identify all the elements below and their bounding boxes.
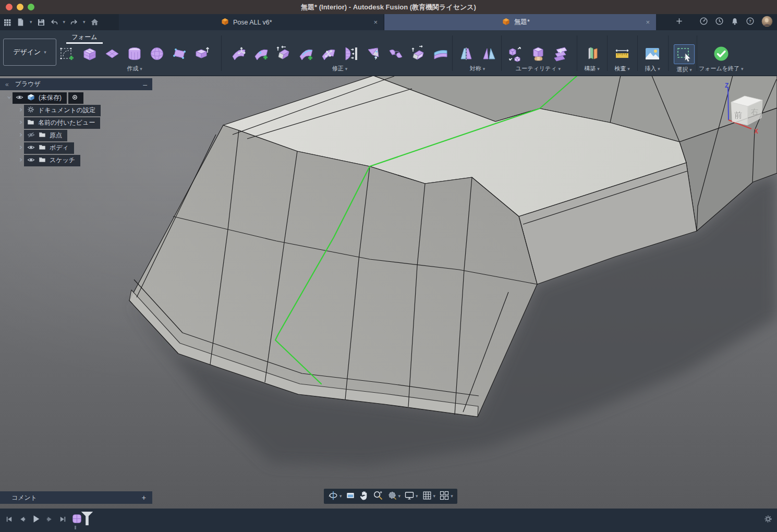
plane-primitive-icon[interactable] (102, 44, 122, 63)
chevron-right-icon[interactable] (17, 144, 24, 151)
dropdown-caret[interactable]: ▾ (433, 494, 436, 499)
skip-start-button[interactable] (5, 515, 13, 525)
add-comment-button[interactable]: + (142, 493, 146, 502)
group-label[interactable]: 検査▾ (614, 65, 630, 72)
create-form-icon[interactable] (57, 44, 77, 63)
insert-point-icon[interactable] (251, 44, 271, 63)
bridge-icon[interactable] (386, 44, 406, 63)
avatar-icon[interactable] (761, 16, 773, 29)
extrude-form-icon[interactable] (192, 44, 212, 63)
chevron-right-icon[interactable] (17, 119, 24, 126)
dropdown-caret[interactable]: ▾ (63, 20, 66, 25)
group-label[interactable]: 対称▾ (470, 65, 485, 72)
chevron-right-icon[interactable] (17, 157, 24, 164)
dropdown-caret[interactable]: ▾ (339, 494, 342, 499)
add-tab-icon[interactable] (675, 17, 683, 27)
browser-row-0[interactable]: (未保存) (0, 93, 152, 103)
browser-row-1[interactable]: ドキュメントの設定 (0, 105, 152, 115)
comments-bar[interactable]: コメント + (0, 491, 152, 504)
dropdown-caret[interactable]: ▾ (83, 20, 86, 25)
flatten-to-plane-icon[interactable] (341, 44, 361, 63)
eye-icon[interactable] (16, 93, 23, 103)
target-circle-icon[interactable] (71, 94, 78, 102)
cube-doc-icon[interactable] (27, 93, 35, 103)
undo-icon[interactable] (50, 18, 58, 27)
merge-edge-icon[interactable] (363, 44, 383, 63)
browser-header[interactable]: « ブラウザ – (0, 78, 152, 90)
construct-plane-icon[interactable] (582, 44, 602, 63)
app-grid-icon[interactable] (3, 18, 11, 27)
dropdown-caret[interactable]: ▾ (451, 494, 453, 499)
cylinder-primitive-icon[interactable] (125, 44, 144, 63)
convert-body-icon[interactable] (506, 44, 526, 63)
timeline-settings-icon[interactable] (764, 515, 772, 525)
document-tab-pose-all[interactable]: Pose ALL v6* × (119, 14, 384, 30)
step-forward-button[interactable] (46, 515, 54, 525)
tab-form-environment[interactable]: フォーム (66, 33, 103, 42)
browser-row-3[interactable]: 原点 (0, 130, 152, 140)
insert-edge-icon[interactable] (296, 44, 316, 63)
dropdown-caret[interactable]: ▾ (398, 494, 401, 499)
browser-row-5[interactable]: スケッチ (0, 155, 152, 165)
folder-icon[interactable] (39, 156, 46, 165)
redo-icon[interactable] (70, 18, 78, 27)
group-label[interactable]: 修正▾ (332, 65, 348, 72)
eye-off-icon[interactable] (27, 131, 35, 140)
display-settings-icon[interactable] (404, 490, 415, 503)
repair-body-icon[interactable] (528, 44, 548, 63)
eye-icon[interactable] (27, 156, 35, 165)
look-at-icon[interactable] (346, 491, 355, 502)
crease-icon[interactable] (431, 44, 451, 63)
group-label[interactable]: 構築▾ (584, 65, 600, 72)
group-label[interactable]: 作成▾ (127, 65, 142, 72)
browser-row-4[interactable]: ボディ (0, 143, 152, 153)
folder-icon[interactable] (39, 143, 46, 152)
dropdown-caret[interactable]: ▾ (30, 20, 32, 25)
group-label[interactable]: 選択▾ (676, 66, 692, 74)
browser-row-2[interactable]: 名前の付いたビュー (0, 118, 152, 128)
chevron-right-icon[interactable] (17, 132, 24, 139)
minimize-panel-icon[interactable]: – (143, 80, 147, 89)
group-label[interactable]: ユーティリティ▾ (516, 65, 561, 72)
close-tab-icon[interactable]: × (367, 18, 384, 26)
extensions-icon[interactable] (699, 17, 708, 28)
play-button[interactable] (31, 514, 41, 526)
orbit-icon[interactable] (328, 490, 338, 503)
eye-icon[interactable] (27, 143, 35, 153)
job-status-icon[interactable] (715, 17, 724, 28)
measure-icon[interactable] (612, 44, 632, 63)
pan-icon[interactable] (359, 490, 369, 503)
box-primitive-icon[interactable] (80, 44, 100, 63)
fit-icon[interactable] (387, 490, 397, 503)
zoom-icon[interactable] (373, 490, 383, 503)
sphere-primitive-icon[interactable] (147, 44, 167, 63)
flatten-faces-icon[interactable] (551, 44, 570, 63)
collapse-panel-icon[interactable]: « (5, 81, 8, 88)
new-document-icon[interactable] (16, 18, 25, 27)
save-icon[interactable] (37, 18, 45, 27)
home-icon[interactable] (90, 18, 99, 27)
document-tab-untitled-active[interactable]: 無題* × (384, 14, 656, 30)
chevron-down-icon[interactable] (5, 94, 13, 101)
insert-image-icon[interactable] (642, 44, 662, 63)
gear-icon[interactable] (27, 106, 34, 115)
minimize-window-button[interactable] (17, 4, 23, 10)
folder-icon[interactable] (39, 131, 46, 140)
step-back-button[interactable] (18, 515, 26, 525)
unweld-edges-icon[interactable] (408, 44, 428, 63)
help-icon[interactable]: ? (746, 17, 755, 28)
close-window-button[interactable] (6, 4, 13, 10)
group-label[interactable]: フォームを終了▾ (699, 65, 744, 72)
select-tool-icon[interactable] (674, 44, 695, 64)
circular-internal-icon[interactable] (479, 44, 499, 63)
bevel-edge-icon[interactable] (274, 44, 294, 63)
notifications-icon[interactable] (731, 17, 739, 28)
grid-settings-icon[interactable] (422, 490, 432, 503)
finish-form-icon[interactable] (711, 44, 731, 63)
viewports-icon[interactable] (439, 490, 450, 503)
face-primitive-icon[interactable] (169, 44, 189, 63)
workspace-selector[interactable]: デザイン▾ (3, 39, 56, 66)
zoom-window-button[interactable] (28, 4, 34, 10)
mirror-internal-icon[interactable] (456, 44, 476, 63)
edit-form-icon[interactable] (229, 44, 249, 63)
